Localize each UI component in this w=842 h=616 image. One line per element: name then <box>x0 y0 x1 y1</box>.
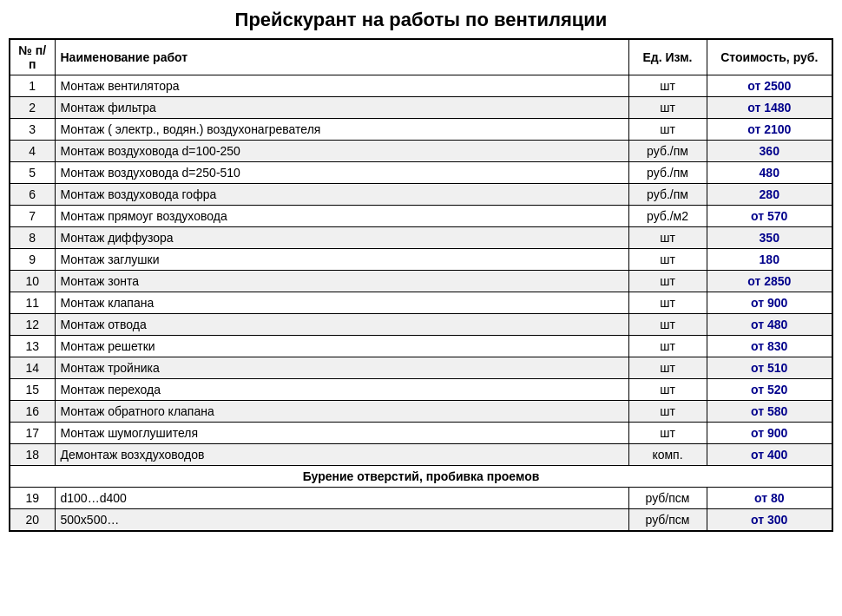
row-name: Монтаж диффузора <box>55 227 628 249</box>
table-row: 19 d100…d400 руб/псм от 80 <box>10 488 832 509</box>
row-unit: шт <box>628 97 707 119</box>
row-unit: шт <box>628 249 707 271</box>
row-price: от 580 <box>707 401 832 423</box>
row-name: Монтаж фильтра <box>55 97 628 119</box>
row-name: Монтаж отвода <box>55 314 628 336</box>
row-unit: шт <box>628 401 707 423</box>
row-price: 350 <box>707 227 832 249</box>
row-price: от 400 <box>707 444 832 466</box>
row-num: 6 <box>10 184 55 206</box>
row-price: от 900 <box>707 423 832 444</box>
row-name: Монтаж решетки <box>55 336 628 357</box>
row-num: 8 <box>10 227 55 249</box>
row-name: Монтаж воздуховода d=100-250 <box>55 141 628 162</box>
table-row: 12 Монтаж отвода шт от 480 <box>10 314 832 336</box>
row-unit: шт <box>628 75 707 97</box>
row-num: 19 <box>10 488 55 509</box>
row-unit: шт <box>628 119 707 141</box>
row-unit: руб./пм <box>628 162 707 184</box>
row-unit: шт <box>628 271 707 292</box>
row-name: Монтаж прямоуг воздуховода <box>55 206 628 227</box>
row-price: от 830 <box>707 336 832 357</box>
table-row: 4 Монтаж воздуховода d=100-250 руб./пм 3… <box>10 141 832 162</box>
row-num: 17 <box>10 423 55 444</box>
table-row: 2 Монтаж фильтра шт от 1480 <box>10 97 832 119</box>
row-num: 16 <box>10 401 55 423</box>
table-row: 13 Монтаж решетки шт от 830 <box>10 336 832 357</box>
row-unit: комп. <box>628 444 707 466</box>
row-num: 4 <box>10 141 55 162</box>
table-row: 5 Монтаж воздуховода d=250-510 руб./пм 4… <box>10 162 832 184</box>
row-name: Монтаж заглушки <box>55 249 628 271</box>
row-name: Монтаж шумоглушителя <box>55 423 628 444</box>
header-price: Стоимость, руб. <box>707 39 832 75</box>
table-row: 7 Монтаж прямоуг воздуховода руб./м2 от … <box>10 206 832 227</box>
row-price: от 520 <box>707 379 832 401</box>
row-name: Монтаж тройника <box>55 357 628 379</box>
section-header-text: Бурение отверстий, пробивка проемов <box>10 466 832 488</box>
table-row: 18 Демонтаж возхдуховодов комп. от 400 <box>10 444 832 466</box>
row-price: от 80 <box>707 488 832 509</box>
row-num: 20 <box>10 509 55 532</box>
row-unit: руб/псм <box>628 509 707 532</box>
row-num: 14 <box>10 357 55 379</box>
table-row: 1 Монтаж вентилятора шт от 2500 <box>10 75 832 97</box>
row-name: Монтаж зонта <box>55 271 628 292</box>
section-header-row: Бурение отверстий, пробивка проемов <box>10 466 832 488</box>
table-row: 10 Монтаж зонта шт от 2850 <box>10 271 832 292</box>
row-unit: шт <box>628 357 707 379</box>
row-unit: руб./пм <box>628 184 707 206</box>
row-unit: руб./пм <box>628 141 707 162</box>
row-num: 10 <box>10 271 55 292</box>
row-name: Монтаж перехода <box>55 379 628 401</box>
row-name: Монтаж воздуховода гофра <box>55 184 628 206</box>
row-name: Демонтаж возхдуховодов <box>55 444 628 466</box>
row-num: 1 <box>10 75 55 97</box>
row-name: Монтаж вентилятора <box>55 75 628 97</box>
row-name: Монтаж клапана <box>55 292 628 314</box>
row-price: от 2850 <box>707 271 832 292</box>
table-row: 15 Монтаж перехода шт от 520 <box>10 379 832 401</box>
table-row: 6 Монтаж воздуховода гофра руб./пм 280 <box>10 184 832 206</box>
row-unit: шт <box>628 227 707 249</box>
row-num: 11 <box>10 292 55 314</box>
row-price: 280 <box>707 184 832 206</box>
row-price: от 300 <box>707 509 832 532</box>
table-row: 9 Монтаж заглушки шт 180 <box>10 249 832 271</box>
row-price: 180 <box>707 249 832 271</box>
row-unit: шт <box>628 292 707 314</box>
row-num: 2 <box>10 97 55 119</box>
row-unit: шт <box>628 314 707 336</box>
row-num: 5 <box>10 162 55 184</box>
row-num: 9 <box>10 249 55 271</box>
row-price: от 900 <box>707 292 832 314</box>
row-name: Монтаж воздуховода d=250-510 <box>55 162 628 184</box>
main-container: Прейскурант на работы по вентиляции № п/… <box>9 9 833 532</box>
row-price: 360 <box>707 141 832 162</box>
row-name: 500x500… <box>55 509 628 532</box>
row-price: от 1480 <box>707 97 832 119</box>
table-row: 17 Монтаж шумоглушителя шт от 900 <box>10 423 832 444</box>
row-price: от 480 <box>707 314 832 336</box>
row-price: от 2500 <box>707 75 832 97</box>
row-num: 13 <box>10 336 55 357</box>
row-name: Монтаж ( электр., водян.) воздухонагрева… <box>55 119 628 141</box>
table-row: 14 Монтаж тройника шт от 510 <box>10 357 832 379</box>
row-unit: руб/псм <box>628 488 707 509</box>
row-name: d100…d400 <box>55 488 628 509</box>
header-num: № п/п <box>10 39 55 75</box>
page-title: Прейскурант на работы по вентиляции <box>9 9 833 31</box>
row-unit: шт <box>628 379 707 401</box>
row-num: 12 <box>10 314 55 336</box>
row-price: 480 <box>707 162 832 184</box>
table-row: 3 Монтаж ( электр., водян.) воздухонагре… <box>10 119 832 141</box>
row-price: от 570 <box>707 206 832 227</box>
row-price: от 2100 <box>707 119 832 141</box>
row-num: 15 <box>10 379 55 401</box>
row-num: 7 <box>10 206 55 227</box>
row-unit: руб./м2 <box>628 206 707 227</box>
row-num: 18 <box>10 444 55 466</box>
row-name: Монтаж обратного клапана <box>55 401 628 423</box>
row-unit: шт <box>628 336 707 357</box>
table-row: 11 Монтаж клапана шт от 900 <box>10 292 832 314</box>
